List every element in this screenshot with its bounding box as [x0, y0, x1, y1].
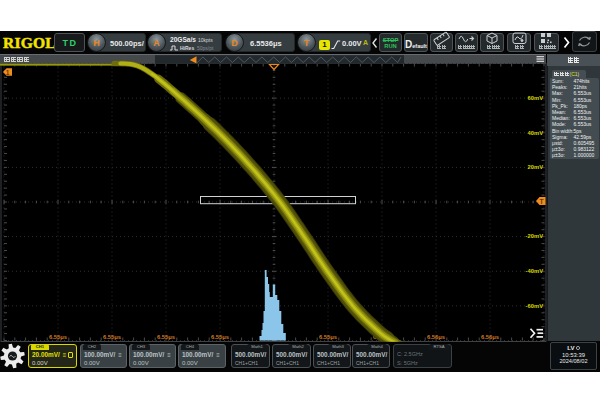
svg-text:T: T: [540, 198, 544, 205]
svg-text:1: 1: [6, 69, 10, 76]
